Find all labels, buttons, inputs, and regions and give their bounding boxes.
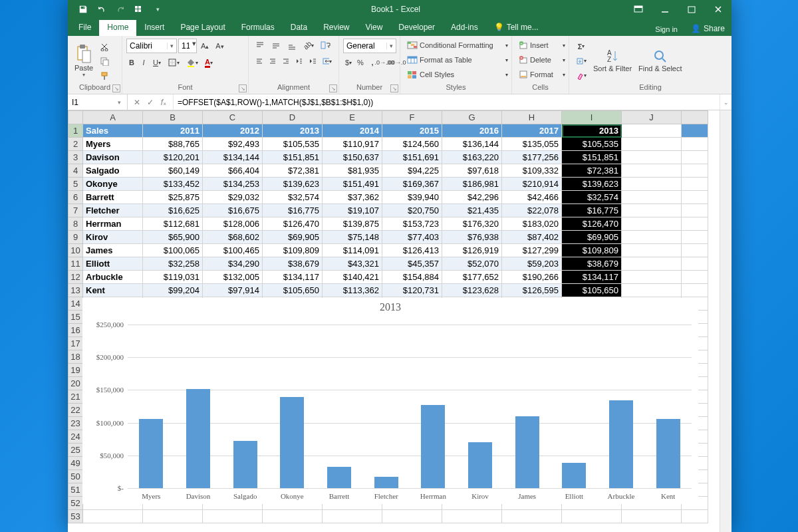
cell-C13[interactable]: $97,914 <box>203 284 263 297</box>
cell-empty[interactable] <box>143 510 203 523</box>
row-header-24[interactable]: 24 <box>68 430 83 444</box>
cell-D8[interactable]: $126,470 <box>263 217 323 231</box>
row-header-23[interactable]: 23 <box>68 417 83 430</box>
cell-E6[interactable]: $37,362 <box>323 191 382 204</box>
borders-button[interactable]: ▾ <box>165 56 182 69</box>
cell-empty[interactable] <box>323 510 382 523</box>
tell-me[interactable]: 💡Tell me... <box>486 20 547 36</box>
cell-G12[interactable]: $177,652 <box>442 271 502 284</box>
cell-J4[interactable] <box>622 164 682 178</box>
col-header-I[interactable]: I <box>562 111 622 124</box>
cell-B12[interactable]: $119,031 <box>143 271 203 284</box>
cell-E10[interactable]: $114,091 <box>323 244 382 257</box>
formula-input[interactable] <box>174 94 720 110</box>
cell-A5[interactable]: Okonye <box>83 178 143 191</box>
dialog-launcher-icon[interactable]: ↘ <box>239 84 247 92</box>
format-cells-button[interactable]: Format▾ <box>516 68 568 81</box>
cell-B5[interactable]: $133,452 <box>143 178 203 191</box>
cell-B10[interactable]: $100,065 <box>143 244 203 257</box>
cell-G11[interactable]: $52,070 <box>442 257 502 271</box>
font-size-select[interactable]: ▾ <box>178 39 197 53</box>
cell-empty[interactable] <box>682 510 708 523</box>
row-header-14[interactable]: 14 <box>68 297 83 311</box>
row-header-10[interactable]: 10 <box>68 244 83 257</box>
tab-page-layout[interactable]: Page Layout <box>172 20 233 36</box>
col-header-E[interactable]: E <box>323 111 382 124</box>
cell-H10[interactable]: $127,299 <box>502 244 562 257</box>
cell-J13[interactable] <box>622 284 682 297</box>
cell-H1[interactable]: 2017 <box>502 124 562 138</box>
tab-addins[interactable]: Add-ins <box>443 20 486 36</box>
paste-button[interactable]: Paste ▾ <box>72 41 96 81</box>
cell-empty[interactable] <box>263 510 323 523</box>
cell-G2[interactable]: $136,144 <box>442 138 502 151</box>
accounting-format-icon[interactable]: $▾ <box>343 56 354 69</box>
row-header-8[interactable]: 8 <box>68 217 83 231</box>
percent-format-icon[interactable]: % <box>355 56 366 69</box>
name-box-input[interactable] <box>68 98 114 107</box>
cell-C4[interactable]: $66,404 <box>203 164 263 178</box>
cell-E8[interactable]: $139,875 <box>323 217 382 231</box>
cell-D6[interactable]: $32,574 <box>263 191 323 204</box>
bar-Kirov[interactable]: Kirov <box>457 318 504 488</box>
cell-D13[interactable]: $105,650 <box>263 284 323 297</box>
cell-H3[interactable]: $177,256 <box>502 151 562 164</box>
row-header-2[interactable]: 2 <box>68 138 83 151</box>
orientation-icon[interactable]: ab▾ <box>301 39 317 52</box>
cell-G10[interactable]: $126,919 <box>442 244 502 257</box>
bold-button[interactable]: B <box>126 56 137 69</box>
cell-H5[interactable]: $210,914 <box>502 178 562 191</box>
copy-icon[interactable] <box>97 55 112 68</box>
cell-B1[interactable]: 2011 <box>143 124 203 138</box>
cell-F8[interactable]: $153,723 <box>382 217 442 231</box>
italic-button[interactable]: I <box>138 56 149 69</box>
cell-I8[interactable]: $126,470 <box>562 217 622 231</box>
bar-Okonye[interactable]: Okonye <box>269 318 316 488</box>
cell-C6[interactable]: $29,032 <box>203 191 263 204</box>
chevron-down-icon[interactable]: ▾ <box>192 39 196 53</box>
cancel-formula-icon[interactable]: ✕ <box>132 98 142 107</box>
tab-review[interactable]: Review <box>315 20 357 36</box>
vertical-scrollbar[interactable] <box>720 110 732 532</box>
worksheet[interactable]: ABCDEFGHIJ1Sales201120122013201420152016… <box>68 110 720 532</box>
cell-A2[interactable]: Myers <box>83 138 143 151</box>
delete-cells-button[interactable]: × Delete▾ <box>516 53 568 66</box>
cell-F13[interactable]: $120,731 <box>382 284 442 297</box>
row-header-16[interactable]: 16 <box>68 324 83 337</box>
cell-F7[interactable]: $20,750 <box>382 204 442 217</box>
row-header-17[interactable]: 17 <box>68 337 83 350</box>
cell-G3[interactable]: $163,220 <box>442 151 502 164</box>
tab-insert[interactable]: Insert <box>136 20 172 36</box>
cell-D2[interactable]: $105,535 <box>263 138 323 151</box>
cell-J3[interactable] <box>622 151 682 164</box>
undo-icon[interactable] <box>93 1 110 17</box>
font-color-button[interactable]: A▾ <box>202 56 215 69</box>
cell-I5[interactable]: $139,623 <box>562 178 622 191</box>
bar-Herrman[interactable]: Herrman <box>410 318 457 488</box>
row-header-21[interactable]: 21 <box>68 390 83 404</box>
fill-color-button[interactable]: ▾ <box>184 56 201 69</box>
cell-C2[interactable]: $92,493 <box>203 138 263 151</box>
cell-E7[interactable]: $19,107 <box>323 204 382 217</box>
cell-empty[interactable] <box>562 510 622 523</box>
customize-qat-icon[interactable] <box>130 1 148 17</box>
cell-J5[interactable] <box>622 178 682 191</box>
cell-E3[interactable]: $150,637 <box>323 151 382 164</box>
row-header-25[interactable]: 25 <box>68 444 83 457</box>
align-bottom-icon[interactable] <box>285 39 299 52</box>
cell-A7[interactable]: Fletcher <box>83 204 143 217</box>
share-button[interactable]: 👤Share <box>684 21 732 36</box>
row-header-51[interactable]: 51 <box>68 483 83 497</box>
format-painter-icon[interactable] <box>97 69 112 82</box>
cell-F9[interactable]: $77,403 <box>382 231 442 244</box>
tab-home[interactable]: Home <box>99 20 136 36</box>
bar-Kent[interactable]: Kent <box>644 318 692 488</box>
align-top-icon[interactable] <box>253 39 267 52</box>
cell-G4[interactable]: $97,618 <box>442 164 502 178</box>
chevron-down-icon[interactable]: ▾ <box>114 99 124 106</box>
cell-A4[interactable]: Salgado <box>83 164 143 178</box>
cell-C12[interactable]: $132,005 <box>203 271 263 284</box>
cell-A6[interactable]: Barrett <box>83 191 143 204</box>
cell-H4[interactable]: $109,332 <box>502 164 562 178</box>
cell-C9[interactable]: $68,602 <box>203 231 263 244</box>
